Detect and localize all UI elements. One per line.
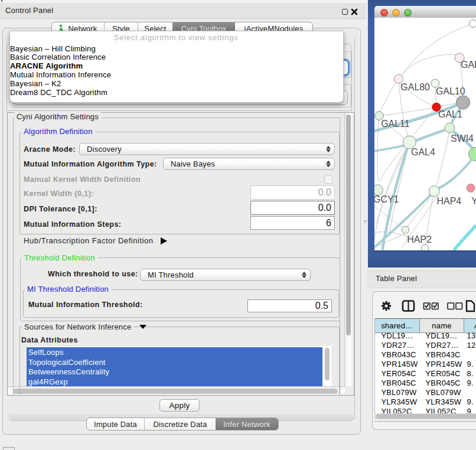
svg-text:SWI4: SWI4: [451, 133, 474, 144]
svg-text:GAL80: GAL80: [400, 82, 430, 92]
svg-text:GCY1: GCY1: [374, 194, 399, 204]
svg-text:GAL4: GAL4: [411, 147, 435, 157]
svg-text:GAL11: GAL11: [381, 119, 410, 129]
svg-text:Y: Y: [471, 196, 476, 206]
svg-text:HAP4: HAP4: [436, 196, 461, 206]
svg-text:GAL2: GAL2: [461, 60, 476, 70]
svg-text:GAL1: GAL1: [438, 109, 462, 119]
svg-text:HAP2: HAP2: [407, 234, 432, 244]
svg-text:GAL10: GAL10: [436, 86, 465, 96]
